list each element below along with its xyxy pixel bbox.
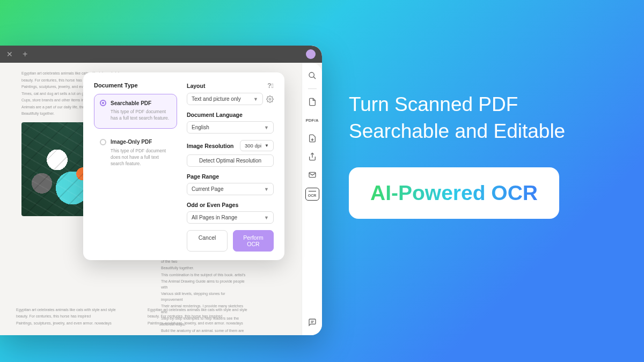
radio-searchable-pdf[interactable]: Searchable PDF This type of PDF document… [94, 94, 177, 129]
radio-image-only-pdf[interactable]: Image-Only PDF This type of PDF document… [94, 133, 177, 174]
radio-icon [100, 100, 106, 106]
doc-line: Paintings, sculptures, jewelry, and even… [16, 321, 123, 327]
svg-line-1 [313, 77, 316, 79]
doc-line: Beautifully together. [161, 265, 247, 271]
marketing-copy: Turn Scanned PDF Searchable and Editable… [349, 91, 623, 219]
page-range-label: Page Range [187, 173, 219, 180]
chevron-down-icon: ▼ [264, 215, 269, 220]
perform-ocr-button[interactable]: Perform OCR [233, 230, 274, 252]
ocr-dialog: Document Type Searchable PDF This type o… [83, 72, 284, 260]
layout-select[interactable]: Text and picture only▼ [187, 93, 263, 105]
help-icon[interactable]: ?⃝ [267, 82, 274, 90]
radio-desc: This type of PDF document has a full tex… [100, 109, 171, 122]
radio-desc: This type of PDF document does not have … [100, 148, 171, 167]
radio-icon [100, 139, 106, 145]
radio-title: Searchable PDF [111, 100, 151, 106]
doc-line: Various skill levels, stepping stones fo… [161, 291, 247, 302]
chevron-down-icon: ▼ [264, 125, 269, 130]
doc-line: Build the anatomy of an animal. some of … [161, 328, 247, 335]
headline: Turn Scanned PDF Searchable and Editable [349, 91, 623, 145]
pdfa-icon[interactable]: PDF/A [307, 115, 318, 125]
language-select[interactable]: English▼ [187, 121, 274, 134]
detect-resolution-button[interactable]: Detect Optimal Resolution [187, 154, 274, 167]
language-label: Document Language [187, 112, 243, 118]
separator-icon [308, 88, 317, 89]
doc-line: Egyptian art celebrates animals like cat… [148, 307, 255, 313]
cancel-button[interactable]: Cancel [187, 230, 228, 252]
svg-point-6 [269, 98, 271, 100]
chevron-down-icon: ▼ [253, 97, 258, 102]
compress-icon[interactable] [307, 133, 318, 144]
layout-label: Layout [187, 83, 205, 89]
chevron-down-icon: ▼ [265, 143, 269, 148]
gear-icon[interactable] [266, 95, 274, 103]
share-icon[interactable] [307, 151, 318, 162]
feature-pill: AI-Powered OCR [349, 167, 559, 219]
new-tab-icon[interactable]: + [23, 49, 27, 59]
doc-line: The Animal Drawing Guide aims to provide… [161, 279, 247, 290]
avatar[interactable] [306, 49, 316, 59]
pill-text: AI-Powered OCR [370, 181, 538, 204]
document-type-label: Document Type [94, 82, 177, 88]
doc-line: Egyptian art celebrates animals like cat… [16, 307, 123, 313]
mail-icon[interactable] [307, 169, 318, 180]
resolution-label: Image Resolution [187, 143, 234, 149]
radio-title: Image-Only PDF [111, 139, 152, 145]
document-icon[interactable] [307, 97, 318, 107]
titlebar: ✕ + [0, 46, 322, 63]
resolution-select[interactable]: 300 dpi▼ [240, 140, 274, 151]
close-icon[interactable]: ✕ [6, 50, 13, 58]
app-window: ✕ + Egyptian art celebrates animals like… [0, 46, 322, 335]
doc-line: beauty. For centuries, this horse has in… [148, 314, 255, 320]
doc-line: Paintings, sculptures, jewelry, and even… [148, 321, 255, 327]
odd-even-label: Odd or Even Pages [187, 202, 238, 208]
svg-point-0 [309, 72, 314, 77]
doc-line: This combination is the subject of this … [161, 272, 247, 278]
right-sidebar: PDF/A OCR [302, 63, 322, 335]
comment-icon[interactable] [307, 317, 318, 328]
page-range-select[interactable]: Current Page▼ [187, 183, 274, 195]
search-icon[interactable] [307, 70, 318, 81]
ocr-icon[interactable]: OCR [305, 188, 319, 201]
chevron-down-icon: ▼ [264, 187, 269, 192]
doc-line: beauty. For centuries, this horse has in… [16, 314, 123, 320]
odd-even-select[interactable]: All Pages in Range▼ [187, 211, 274, 224]
